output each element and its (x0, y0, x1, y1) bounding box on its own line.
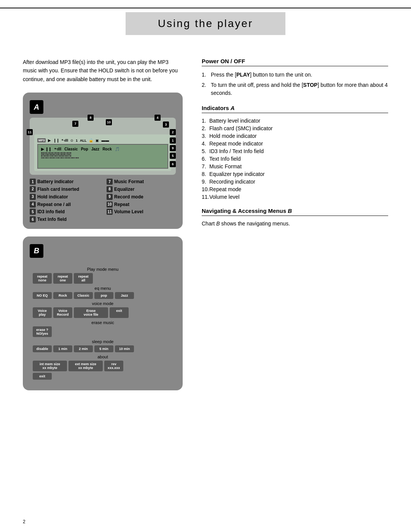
power-step-2: 2. To turn the unit off, press and hold … (202, 81, 388, 97)
callout-10: 10 (106, 119, 112, 125)
legend-item-3: 3 Hold indicator (30, 194, 99, 200)
rock-btn[interactable]: Rock (53, 292, 72, 299)
2min-btn[interactable]: 2 min (74, 345, 93, 352)
legend-text-10: Repeat (114, 201, 129, 208)
diagram-a-screen: 8 4 10 3 2 7 11 1 9 5 6 (30, 118, 176, 175)
voice-record-btn[interactable]: VoiceRecord (53, 307, 72, 318)
nav-text: Chart B shows the navigating menus. (202, 220, 388, 227)
legend-item-10: 10 Repeat (107, 201, 176, 208)
step2-text: To turn the unit off, press and hold the… (211, 81, 388, 97)
power-steps: 1. Press the [PLAY] button to turn the u… (202, 71, 388, 97)
screen-main: ▶ ❙❙ ᵒ·ılll Classic Pop Jazz Rock 🎵 (37, 144, 168, 169)
callout-8: 8 (88, 115, 94, 121)
legend-text-1: Battery indicator (37, 179, 73, 185)
exit-btn[interactable]: exit (33, 373, 52, 380)
legend-text-7: Music Format (114, 179, 144, 185)
callout-2: 2 (170, 129, 176, 135)
step1-num: 1. (202, 71, 209, 79)
int-mem-btn[interactable]: int mem sizexx mbyte (33, 361, 67, 371)
legend-num-1: 1 (30, 179, 36, 185)
power-step-1: 1. Press the [PLAY] button to turn the u… (202, 71, 388, 79)
legend-item-6: 6 Text Info field (30, 216, 99, 223)
about-buttons: int mem sizexx mbyte ext mem sizexx mbyt… (33, 361, 173, 371)
repeat-all-btn[interactable]: repeatall (74, 273, 93, 284)
legend-num-10: 10 (107, 201, 113, 208)
sleep-buttons: disable 1 min 2 min 5 min 10 min (33, 345, 173, 352)
repeat-one-btn[interactable]: repeatone (53, 273, 72, 284)
sleep-mode-label: sleep mode (33, 339, 173, 344)
legend-item-5: 5 ID3 info field (30, 209, 99, 215)
erase-music-label: erase music (33, 320, 173, 325)
rev-btn[interactable]: revxxx.xxx (104, 361, 123, 371)
legend-item-8: 8 Equalizer (107, 186, 176, 193)
legend-num-6: 6 (30, 216, 36, 222)
legend-item-9: 9 Record mode (107, 194, 176, 200)
nav-heading: Navigating & Accessing Menus B (202, 208, 388, 216)
legend-text-2: Flash card inserted (37, 186, 79, 193)
legend-num-5: 5 (30, 209, 36, 215)
legend-item-7: 7 Music Format (107, 179, 176, 185)
erase-voice-btn[interactable]: Erasevoice file (74, 307, 108, 318)
page-number: 2 (23, 519, 25, 524)
callout-7: 7 (72, 121, 78, 127)
classic-btn[interactable]: Classic (74, 292, 93, 299)
device-a-box: A 8 4 10 3 2 7 11 1 9 (23, 93, 183, 229)
1min-btn[interactable]: 1 min (53, 345, 72, 352)
exit-buttons: exit (33, 373, 173, 380)
legend-num-11: 11 (107, 209, 113, 215)
indicator-1: Battery level indicator (202, 118, 388, 124)
indicator-8: Equalizer type indicator (202, 171, 388, 177)
device-b-label: B (30, 244, 43, 258)
step2-num: 2. (202, 81, 209, 97)
erase-yes-btn[interactable]: erase ?NO/yes (33, 326, 52, 337)
about-label: about (33, 355, 173, 359)
legend-text-6: Text Info field (37, 216, 67, 223)
legend-text-9: Record mode (114, 194, 143, 200)
legend-num-7: 7 (107, 179, 113, 185)
step1-text: Press the [PLAY] button to turn the unit… (211, 71, 312, 79)
legend-item-2: 2 Flash card inserted (30, 186, 99, 193)
voice-play-btn[interactable]: Voiceplay (33, 307, 52, 318)
legend-text-4: Repeat one / all (37, 201, 71, 208)
legend-num-9: 9 (107, 194, 113, 200)
jazz-btn[interactable]: Jazz (115, 292, 134, 299)
legend-text-8: Equalizer (114, 186, 134, 193)
legend-table: 1 Battery indicator 7 Music Format 2 Fla… (30, 179, 176, 223)
repeat-none-btn[interactable]: repeatnone (33, 273, 52, 284)
indicator-4: Repeat mode indicator (202, 141, 388, 147)
indicator-10: Repeat mode (202, 186, 388, 192)
indicators-heading: Indicators A (202, 105, 388, 113)
intro-text: After download MP3 file(s) into the unit… (23, 58, 183, 83)
play-mode-buttons: repeatnone repeatone repeatall (33, 273, 173, 284)
indicator-7: Music Format (202, 163, 388, 169)
nav-chart-italic: B (216, 220, 220, 227)
indicator-5: ID3 Info / Text Info field (202, 148, 388, 154)
callout-4: 4 (155, 115, 161, 121)
5min-btn[interactable]: 5 min (94, 345, 113, 352)
right-col: Power ON / OFF 1. Press the [PLAY] butto… (194, 58, 388, 398)
callout-6: 6 (170, 161, 176, 167)
callout-3: 3 (163, 121, 169, 128)
legend-text-11: Volume Level (114, 209, 143, 215)
page-title: Using the player (135, 18, 276, 30)
eq-menu-label: eq menu (33, 286, 173, 291)
callout-1: 1 (170, 137, 176, 144)
legend-num-4: 4 (30, 201, 36, 208)
indicator-9: Recording indicator (202, 179, 388, 185)
device-a-label: A (30, 100, 43, 114)
screen-play-row: ▶ ❙❙ ᵒ·ılll Classic Pop Jazz Rock 🎵 (41, 147, 164, 151)
screen-icons-row: MP3 ▶ ❙❙ ᵒ·ılll ⊙ 1 ALL 🔒 ▣ ▬▬ (37, 137, 168, 144)
ext-mem-btn[interactable]: ext mem sizexx mbyte (68, 361, 103, 371)
no-eq-btn[interactable]: NO EQ (33, 292, 52, 299)
10min-btn[interactable]: 10 min (115, 345, 134, 352)
callout-11: 11 (27, 129, 33, 135)
callout-9: 9 (170, 145, 176, 151)
indicator-2: Flash card (SMC) indicator (202, 125, 388, 131)
device-b-content: Play mode menu repeatnone repeatone repe… (30, 262, 176, 384)
indicator-3: Hold mode indicator (202, 133, 388, 139)
indicator-11: Volume level (202, 194, 388, 200)
voice-exit-btn[interactable]: exit (110, 307, 129, 318)
disable-btn[interactable]: disable (33, 345, 52, 352)
pop-btn[interactable]: pop (94, 292, 113, 299)
indicator-6: Text Info field (202, 156, 388, 162)
